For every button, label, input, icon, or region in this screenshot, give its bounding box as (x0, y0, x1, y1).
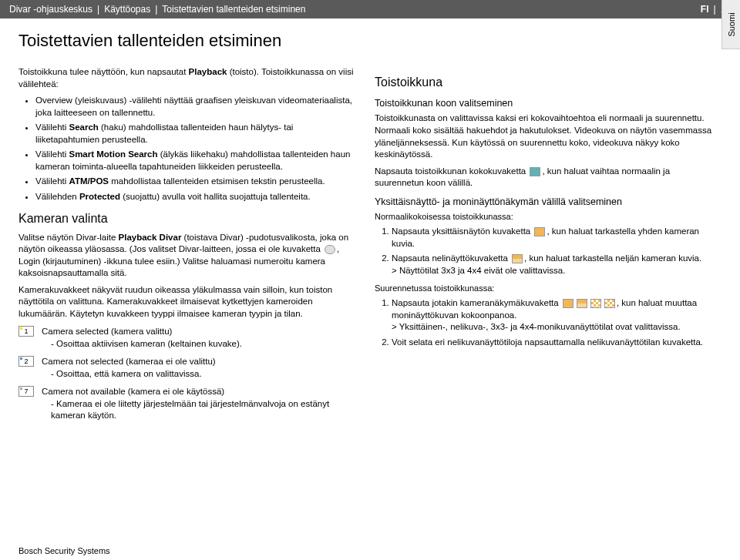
single-view-icon (534, 227, 545, 236)
size-paragraph-2: Napsauta toistoikkunan kokokuvaketta , k… (375, 166, 712, 189)
header-topic: Toistettavien tallenteiden etsiminen (162, 4, 305, 15)
camera-paragraph-1: Valitse näytön Divar-laite Playback Diva… (18, 232, 356, 280)
list-item: Välilehti ATM/POS mahdollistaa tallentei… (35, 176, 356, 188)
list-item: Voit selata eri nelikuvanäyttötiloja nap… (392, 337, 712, 349)
camera-sub: - Osoittaa, että kamera on valittavissa. (51, 368, 356, 381)
list-item: Välilehti Smart Motion Search (älykäs li… (35, 149, 356, 173)
camera-row-selected: 1 Camera selected (kamera valittu) - Oso… (18, 326, 356, 350)
camera-label: Camera selected (kamera valittu) (42, 327, 172, 336)
normal-note: > Näyttötilat 3x3 ja 4x4 eivät ole valit… (392, 266, 565, 275)
sub-normal: Normaalikokoisessa toistoikkunassa: (375, 211, 712, 223)
camera-sub: - Kameraa ei ole liitetty järjestelmään … (51, 398, 356, 422)
column-right: Toistoikkuna Toistoikkunan koon valitsem… (375, 66, 712, 425)
camera-icon-not-available: 7 (18, 386, 34, 397)
list-item: Napsauta nelinäyttökuvaketta , kun halua… (392, 253, 712, 277)
camera-label: Camera not selected (kameraa ei ole vali… (42, 357, 216, 366)
normal-list: Napsauta yksittäisnäytön kuvaketta , kun… (392, 226, 712, 277)
camera-icon-selected: 1 (18, 326, 34, 337)
sep: | (155, 4, 157, 15)
camera-row-not-available: 7 Camera not available (kamera ei ole kä… (18, 386, 356, 422)
camera-paragraph-2: Kamerakuvakkeet näkyvät ruudun oikeassa … (18, 284, 356, 320)
enlarged-note: > Yksittäinen-, nelikuva-, 3x3- ja 4x4-m… (392, 322, 681, 331)
intro-paragraph: Toistoikkuna tulee näyttöön, kun napsaut… (18, 66, 356, 90)
heading-playback-window: Toistoikkuna (375, 74, 712, 91)
column-left: Toistoikkuna tulee näyttöön, kun napsaut… (18, 66, 356, 425)
camera-row-not-selected: 2 Camera not selected (kameraa ei ole va… (18, 356, 356, 380)
header-product: Divar -ohjauskeskus (9, 4, 92, 15)
view-icon (604, 299, 615, 308)
list-item: Välilehti Search (haku) mahdollistaa tal… (35, 122, 356, 146)
sep: | (97, 4, 99, 15)
login-icon (325, 245, 335, 254)
view-icon (563, 299, 574, 308)
tab-bullet-list: Overview (yleiskuvaus) -välilehti näyttä… (35, 95, 356, 203)
side-tab: Suomi (722, 0, 740, 49)
view-icon (590, 299, 601, 308)
heading-size-select: Toistoikkunan koon valitseminen (375, 97, 712, 110)
list-item: Napsauta yksittäisnäytön kuvaketta , kun… (392, 226, 712, 250)
camera-label: Camera not available (kamera ei ole käyt… (42, 387, 224, 396)
camera-icon-not-selected: 2 (18, 356, 34, 367)
side-tab-label: Suomi (727, 12, 736, 36)
header-lang: FI (701, 4, 709, 15)
quad-view-icon (512, 254, 523, 263)
sub-enlarged: Suurennetussa toistoikkunassa: (375, 283, 712, 294)
list-item: Välilehden Protected (suojattu) avulla v… (35, 191, 356, 203)
breadcrumb: Divar -ohjauskeskus | Käyttöopas | Toist… (9, 4, 305, 15)
footer: Bosch Security Systems (18, 546, 110, 555)
sep: | (714, 4, 716, 15)
list-item: Overview (yleiskuvaus) -välilehti näyttä… (35, 95, 356, 119)
list-item: Napsauta jotakin kameranäkymäkuvaketta ,… (392, 297, 712, 334)
size-icon (530, 167, 540, 176)
enlarged-list: Napsauta jotakin kameranäkymäkuvaketta ,… (392, 297, 712, 348)
view-icon (577, 299, 587, 308)
header-bar: Divar -ohjauskeskus | Käyttöopas | Toist… (0, 0, 740, 18)
heading-view-select: Yksittäisnäyttö- ja moninäyttönäkymän vä… (375, 196, 712, 209)
page-title: Toistettavien tallenteiden etsiminen (18, 31, 712, 51)
camera-sub: - Osoittaa aktiivisen kameran (keltainen… (51, 338, 356, 350)
header-section: Käyttöopas (104, 4, 150, 15)
heading-camera-select: Kameran valinta (18, 210, 356, 227)
size-paragraph-1: Toistoikkunasta on valittavissa kaksi er… (375, 112, 712, 160)
